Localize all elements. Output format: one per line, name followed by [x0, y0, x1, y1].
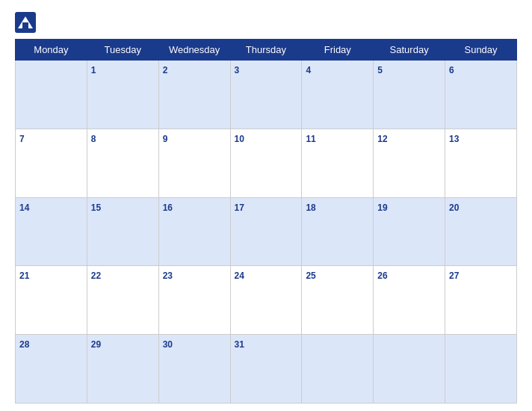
day-number-19: 19: [377, 203, 387, 213]
day-cell-22: 22: [87, 266, 158, 335]
day-cell-9: 9: [158, 129, 230, 197]
logo: [15, 12, 39, 33]
day-cell-28: 28: [16, 335, 87, 404]
day-cell-8: 8: [87, 129, 158, 197]
day-number-4: 4: [306, 65, 311, 75]
day-number-7: 7: [19, 134, 25, 144]
day-cell-3: 3: [230, 61, 302, 129]
empty-cell: [374, 335, 445, 404]
day-cell-27: 27: [445, 266, 517, 335]
day-number-8: 8: [91, 134, 96, 144]
day-number-24: 24: [235, 271, 244, 281]
day-number-25: 25: [306, 271, 315, 281]
day-cell-20: 20: [445, 197, 517, 266]
day-header-saturday: Saturday: [374, 40, 445, 61]
day-cell-11: 11: [302, 129, 374, 197]
day-cell-29: 29: [87, 335, 158, 404]
calendar-header: [15, 7, 517, 36]
day-number-18: 18: [306, 203, 315, 213]
day-cell-21: 21: [16, 266, 87, 335]
day-cell-19: 19: [374, 197, 445, 266]
day-cell-4: 4: [302, 61, 374, 129]
day-number-11: 11: [306, 134, 315, 144]
day-cell-13: 13: [445, 129, 517, 197]
empty-cell: [445, 335, 517, 404]
day-cell-23: 23: [158, 266, 230, 335]
day-header-wednesday: Wednesday: [158, 40, 230, 61]
day-number-23: 23: [163, 271, 173, 281]
day-number-12: 12: [377, 134, 387, 144]
day-number-20: 20: [449, 203, 459, 213]
empty-cell: [302, 335, 374, 404]
day-number-15: 15: [91, 203, 101, 213]
day-cell-6: 6: [445, 61, 517, 129]
day-number-10: 10: [235, 134, 244, 144]
week-row-3: 14151617181920: [16, 197, 517, 266]
day-cell-16: 16: [158, 197, 230, 266]
day-header-sunday: Sunday: [445, 40, 517, 61]
days-header-row: MondayTuesdayWednesdayThursdayFridaySatu…: [16, 40, 517, 61]
day-number-5: 5: [377, 65, 383, 75]
day-number-2: 2: [163, 65, 168, 75]
day-cell-10: 10: [230, 129, 302, 197]
day-cell-18: 18: [302, 197, 374, 266]
day-number-9: 9: [163, 134, 168, 144]
week-row-4: 21222324252627: [16, 266, 517, 335]
day-number-1: 1: [91, 65, 96, 75]
logo-icon: [15, 12, 36, 33]
week-row-2: 78910111213: [16, 129, 517, 197]
day-number-16: 16: [163, 203, 173, 213]
day-number-29: 29: [91, 339, 101, 350]
day-number-13: 13: [449, 134, 459, 144]
day-cell-5: 5: [374, 61, 445, 129]
empty-cell: [16, 61, 87, 129]
day-header-thursday: Thursday: [230, 40, 302, 61]
day-cell-15: 15: [87, 197, 158, 266]
day-cell-30: 30: [158, 335, 230, 404]
day-cell-2: 2: [158, 61, 230, 129]
day-number-21: 21: [19, 271, 29, 281]
day-number-3: 3: [235, 65, 240, 75]
day-cell-1: 1: [87, 61, 158, 129]
day-number-26: 26: [377, 271, 387, 281]
day-header-monday: Monday: [16, 40, 87, 61]
day-cell-12: 12: [374, 129, 445, 197]
day-number-14: 14: [19, 203, 29, 213]
day-number-30: 30: [163, 339, 173, 350]
day-number-31: 31: [235, 339, 244, 350]
day-number-22: 22: [91, 271, 101, 281]
day-cell-17: 17: [230, 197, 302, 266]
day-cell-24: 24: [230, 266, 302, 335]
calendar-table: MondayTuesdayWednesdayThursdayFridaySatu…: [15, 39, 517, 404]
day-number-28: 28: [19, 339, 29, 350]
day-cell-7: 7: [16, 129, 87, 197]
day-cell-25: 25: [302, 266, 374, 335]
day-cell-26: 26: [374, 266, 445, 335]
week-row-5: 28293031: [16, 335, 517, 404]
svg-marker-2: [22, 22, 28, 28]
day-number-17: 17: [235, 203, 244, 213]
day-header-tuesday: Tuesday: [87, 40, 158, 61]
day-cell-31: 31: [230, 335, 302, 404]
week-row-1: 123456: [16, 61, 517, 129]
day-cell-14: 14: [16, 197, 87, 266]
day-number-6: 6: [449, 65, 454, 75]
day-header-friday: Friday: [302, 40, 374, 61]
day-number-27: 27: [449, 271, 459, 281]
